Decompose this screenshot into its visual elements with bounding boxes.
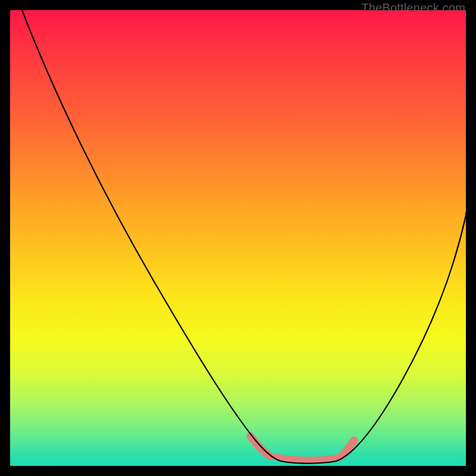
plot-area [10, 10, 466, 466]
curve-left-branch [22, 10, 281, 461]
highlight-valley-floor [270, 456, 340, 460]
curve-layer [10, 10, 466, 466]
curve-right-branch [336, 212, 466, 461]
attribution-label: TheBottleneck.com [361, 1, 465, 15]
chart-stage: TheBottleneck.com [0, 0, 476, 476]
